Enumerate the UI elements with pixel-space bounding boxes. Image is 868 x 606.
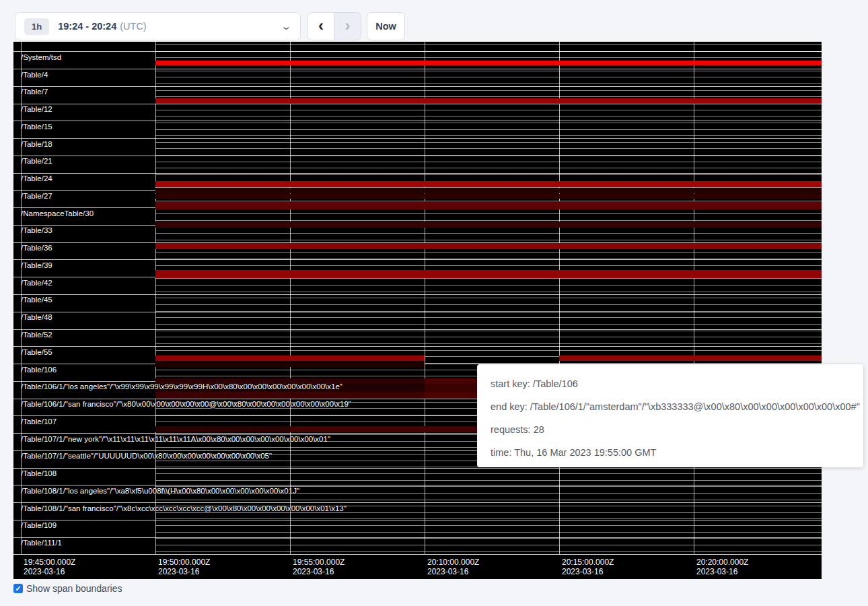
span-boundary-line — [155, 278, 822, 279]
span-boundary-line — [155, 233, 822, 234]
span-boundary-line — [155, 545, 822, 545]
span-boundary-line — [13, 520, 822, 520]
time-range-selector[interactable]: 1h 19:24 - 20:24 (UTC) ⌄ — [15, 12, 301, 40]
span-boundary-line — [155, 285, 822, 285]
show-span-boundaries-checkbox[interactable]: ✓ — [13, 584, 23, 593]
span-boundary-line — [155, 116, 822, 116]
span-boundary-line — [155, 240, 822, 240]
tooltip-end-key: end key: /Table/106/1/"amsterdam"/"\xb33… — [491, 395, 850, 418]
span-boundary-line — [155, 148, 822, 149]
row-label: /Table/107/1/"seattle"/"UUUUUUD\x00\x80\… — [21, 452, 272, 460]
span-boundary-line — [155, 44, 822, 45]
span-boundary-line — [13, 156, 822, 156]
row-label: /Table/106/1/"san francisco"/"\x80\x00\x… — [21, 400, 351, 408]
heat-band — [155, 222, 822, 228]
footer-controls: ✓ Show span boundaries — [13, 583, 122, 594]
tooltip-requests: requests: 28 — [491, 418, 850, 441]
span-boundary-line — [155, 90, 822, 91]
span-boundary-line — [155, 304, 822, 305]
show-span-boundaries-label: Show span boundaries — [26, 583, 122, 594]
span-boundary-line — [155, 142, 822, 143]
tooltip-start-key: start key: /Table/106 — [491, 372, 850, 395]
row-label: /Table/107/1/"new york"/"\x11\x11\x11\x1… — [21, 435, 330, 443]
heat-band — [155, 356, 425, 361]
span-boundary-line — [13, 121, 822, 121]
span-boundary-line — [155, 162, 822, 162]
row-label: /Table/33 — [21, 226, 52, 234]
row-label: /Table/39 — [21, 261, 52, 269]
span-boundary-line — [155, 129, 822, 130]
now-button-label: Now — [375, 21, 396, 32]
span-boundary-line — [155, 292, 822, 292]
span-boundary-line — [155, 168, 822, 168]
heat-band — [155, 243, 822, 249]
row-label: /Table/107 — [21, 417, 57, 426]
span-boundary-line — [13, 173, 822, 174]
span-boundary-line — [13, 502, 822, 503]
now-button[interactable]: Now — [367, 12, 405, 40]
heat-band — [155, 188, 822, 193]
row-label: /Table/108/1/"san francisco"/"\x8c\xcc\x… — [21, 504, 347, 512]
row-label: /Table/48 — [21, 313, 52, 321]
row-label: /Table/111/1 — [21, 539, 62, 547]
chevron-right-icon: › — [345, 16, 351, 35]
span-boundary-line — [13, 86, 822, 87]
chevron-left-icon: ‹ — [318, 16, 324, 35]
time-nav-group: ‹ › — [308, 12, 361, 40]
key-visualizer-heatmap[interactable]: /System/tsd/Table/4/Table/7/Table/12/Tab… — [13, 42, 822, 579]
span-boundary-line — [155, 123, 822, 123]
row-label: /Table/52 — [21, 331, 52, 339]
x-axis-label: 20:10:00.000Z2023-03-16 — [427, 558, 479, 576]
x-axis-label: 19:55:00.000Z2023-03-16 — [293, 558, 345, 576]
row-label: /Table/21 — [21, 157, 52, 165]
row-label: /Table/45 — [21, 296, 52, 304]
x-axis-label: 19:50:00.000Z2023-03-16 — [158, 558, 210, 576]
span-boundary-line — [13, 554, 822, 555]
span-boundary-line — [13, 259, 822, 260]
span-boundary-line — [13, 346, 822, 347]
prev-time-button[interactable]: ‹ — [308, 12, 334, 40]
span-boundary-line — [155, 96, 822, 97]
span-boundary-line — [155, 532, 822, 533]
x-axis-label: 19:45:00.000Z2023-03-16 — [24, 558, 75, 576]
span-boundary-line — [13, 312, 822, 312]
span-boundary-line — [155, 551, 822, 552]
row-label: /Table/106/1/"los angeles"/"\x99\x99\x99… — [21, 382, 342, 391]
next-time-button[interactable]: › — [334, 12, 361, 40]
heat-band — [155, 426, 290, 432]
span-boundary-line — [155, 324, 822, 325]
span-boundary-line — [13, 104, 822, 104]
hover-tooltip: start key: /Table/106 end key: /Table/10… — [477, 364, 863, 467]
span-boundary-line — [155, 174, 822, 175]
time-range-text: 19:24 - 20:24 — [58, 21, 116, 32]
span-boundary-line — [155, 473, 822, 474]
span-boundary-line — [155, 71, 822, 71]
span-boundary-line — [13, 329, 822, 330]
row-label: /NamespaceTable/30 — [21, 209, 94, 217]
span-boundary-line — [155, 331, 822, 331]
heat-band — [155, 61, 822, 65]
heat-band — [155, 361, 425, 367]
span-boundary-line — [13, 138, 822, 139]
row-label: /Table/4 — [21, 71, 48, 79]
span-boundary-line — [13, 69, 822, 69]
time-range-preset-badge: 1h — [24, 18, 49, 35]
row-label: /Table/108/1/"los angeles"/"\xa8\xf5\u00… — [21, 487, 299, 495]
heat-band — [155, 201, 822, 209]
row-label: /Table/18 — [21, 140, 52, 148]
span-boundary-line — [13, 537, 822, 538]
row-label: /Table/12 — [21, 105, 52, 113]
row-label: /Table/42 — [21, 279, 52, 287]
span-boundary-line — [155, 350, 822, 351]
span-boundary-line — [13, 294, 822, 295]
span-boundary-line — [155, 220, 822, 221]
row-label: /Table/24 — [21, 174, 52, 182]
span-boundary-line — [155, 213, 822, 214]
row-label: /Table/108 — [21, 469, 57, 477]
row-label: /Table/36 — [21, 244, 52, 252]
span-boundary-line — [155, 252, 822, 253]
span-boundary-line — [155, 343, 822, 344]
heat-band — [155, 194, 822, 199]
span-boundary-line — [155, 83, 822, 84]
span-boundary-line — [155, 525, 822, 526]
